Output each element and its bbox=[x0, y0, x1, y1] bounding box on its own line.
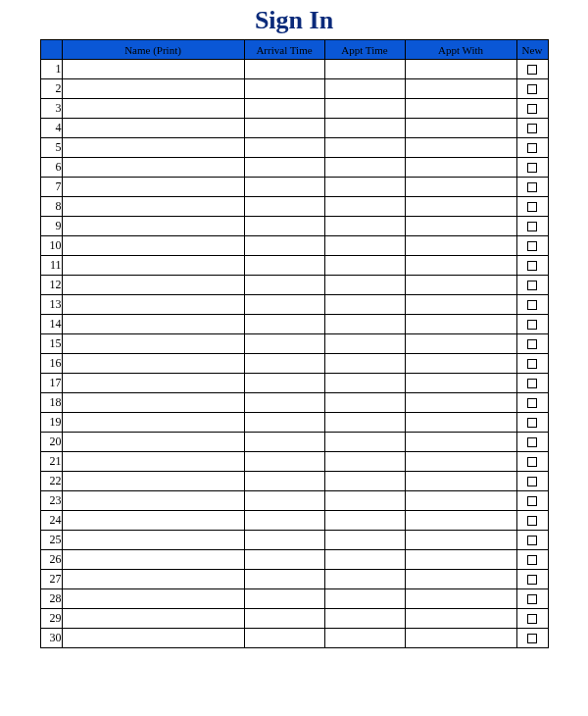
new-checkbox-cell[interactable] bbox=[516, 217, 548, 236]
checkbox-icon[interactable] bbox=[527, 84, 537, 94]
checkbox-icon[interactable] bbox=[527, 143, 537, 153]
appt-time-cell[interactable] bbox=[324, 452, 405, 472]
arrival-time-cell[interactable] bbox=[244, 433, 324, 452]
appt-with-cell[interactable] bbox=[405, 570, 516, 589]
name-cell[interactable] bbox=[62, 491, 244, 511]
name-cell[interactable] bbox=[62, 60, 244, 79]
new-checkbox-cell[interactable] bbox=[516, 315, 548, 334]
appt-time-cell[interactable] bbox=[324, 629, 405, 648]
checkbox-icon[interactable] bbox=[527, 418, 537, 428]
name-cell[interactable] bbox=[62, 315, 244, 334]
name-cell[interactable] bbox=[62, 295, 244, 315]
checkbox-icon[interactable] bbox=[527, 222, 537, 231]
arrival-time-cell[interactable] bbox=[244, 413, 324, 433]
arrival-time-cell[interactable] bbox=[244, 315, 324, 334]
appt-with-cell[interactable] bbox=[405, 472, 516, 491]
checkbox-icon[interactable] bbox=[527, 182, 537, 192]
appt-time-cell[interactable] bbox=[324, 79, 405, 99]
new-checkbox-cell[interactable] bbox=[516, 374, 548, 393]
arrival-time-cell[interactable] bbox=[244, 354, 324, 374]
new-checkbox-cell[interactable] bbox=[516, 119, 548, 138]
checkbox-icon[interactable] bbox=[527, 477, 537, 486]
appt-with-cell[interactable] bbox=[405, 276, 516, 295]
arrival-time-cell[interactable] bbox=[244, 589, 324, 609]
appt-time-cell[interactable] bbox=[324, 315, 405, 334]
name-cell[interactable] bbox=[62, 138, 244, 158]
appt-with-cell[interactable] bbox=[405, 452, 516, 472]
appt-time-cell[interactable] bbox=[324, 374, 405, 393]
checkbox-icon[interactable] bbox=[527, 516, 537, 526]
new-checkbox-cell[interactable] bbox=[516, 570, 548, 589]
new-checkbox-cell[interactable] bbox=[516, 256, 548, 276]
arrival-time-cell[interactable] bbox=[244, 374, 324, 393]
checkbox-icon[interactable] bbox=[527, 575, 537, 585]
appt-with-cell[interactable] bbox=[405, 550, 516, 570]
appt-with-cell[interactable] bbox=[405, 99, 516, 119]
arrival-time-cell[interactable] bbox=[244, 79, 324, 99]
appt-with-cell[interactable] bbox=[405, 531, 516, 550]
appt-with-cell[interactable] bbox=[405, 511, 516, 531]
appt-time-cell[interactable] bbox=[324, 531, 405, 550]
name-cell[interactable] bbox=[62, 178, 244, 197]
checkbox-icon[interactable] bbox=[527, 202, 537, 212]
new-checkbox-cell[interactable] bbox=[516, 433, 548, 452]
checkbox-icon[interactable] bbox=[527, 555, 537, 565]
name-cell[interactable] bbox=[62, 511, 244, 531]
new-checkbox-cell[interactable] bbox=[516, 276, 548, 295]
checkbox-icon[interactable] bbox=[527, 594, 537, 604]
name-cell[interactable] bbox=[62, 452, 244, 472]
name-cell[interactable] bbox=[62, 589, 244, 609]
name-cell[interactable] bbox=[62, 550, 244, 570]
new-checkbox-cell[interactable] bbox=[516, 178, 548, 197]
appt-time-cell[interactable] bbox=[324, 256, 405, 276]
name-cell[interactable] bbox=[62, 217, 244, 236]
appt-with-cell[interactable] bbox=[405, 138, 516, 158]
name-cell[interactable] bbox=[62, 99, 244, 119]
name-cell[interactable] bbox=[62, 472, 244, 491]
arrival-time-cell[interactable] bbox=[244, 276, 324, 295]
name-cell[interactable] bbox=[62, 393, 244, 413]
arrival-time-cell[interactable] bbox=[244, 99, 324, 119]
new-checkbox-cell[interactable] bbox=[516, 334, 548, 354]
checkbox-icon[interactable] bbox=[527, 437, 537, 447]
appt-time-cell[interactable] bbox=[324, 178, 405, 197]
appt-with-cell[interactable] bbox=[405, 178, 516, 197]
new-checkbox-cell[interactable] bbox=[516, 589, 548, 609]
arrival-time-cell[interactable] bbox=[244, 452, 324, 472]
checkbox-icon[interactable] bbox=[527, 124, 537, 133]
appt-with-cell[interactable] bbox=[405, 60, 516, 79]
arrival-time-cell[interactable] bbox=[244, 393, 324, 413]
appt-time-cell[interactable] bbox=[324, 276, 405, 295]
name-cell[interactable] bbox=[62, 433, 244, 452]
appt-time-cell[interactable] bbox=[324, 236, 405, 256]
new-checkbox-cell[interactable] bbox=[516, 609, 548, 629]
appt-with-cell[interactable] bbox=[405, 119, 516, 138]
appt-time-cell[interactable] bbox=[324, 609, 405, 629]
arrival-time-cell[interactable] bbox=[244, 511, 324, 531]
appt-with-cell[interactable] bbox=[405, 609, 516, 629]
name-cell[interactable] bbox=[62, 158, 244, 178]
appt-time-cell[interactable] bbox=[324, 197, 405, 217]
new-checkbox-cell[interactable] bbox=[516, 138, 548, 158]
checkbox-icon[interactable] bbox=[527, 536, 537, 545]
arrival-time-cell[interactable] bbox=[244, 334, 324, 354]
arrival-time-cell[interactable] bbox=[244, 236, 324, 256]
appt-with-cell[interactable] bbox=[405, 158, 516, 178]
arrival-time-cell[interactable] bbox=[244, 138, 324, 158]
checkbox-icon[interactable] bbox=[527, 281, 537, 290]
checkbox-icon[interactable] bbox=[527, 261, 537, 271]
new-checkbox-cell[interactable] bbox=[516, 158, 548, 178]
appt-time-cell[interactable] bbox=[324, 393, 405, 413]
appt-time-cell[interactable] bbox=[324, 99, 405, 119]
new-checkbox-cell[interactable] bbox=[516, 197, 548, 217]
appt-with-cell[interactable] bbox=[405, 433, 516, 452]
appt-with-cell[interactable] bbox=[405, 589, 516, 609]
arrival-time-cell[interactable] bbox=[244, 629, 324, 648]
checkbox-icon[interactable] bbox=[527, 65, 537, 75]
new-checkbox-cell[interactable] bbox=[516, 472, 548, 491]
appt-with-cell[interactable] bbox=[405, 256, 516, 276]
name-cell[interactable] bbox=[62, 531, 244, 550]
new-checkbox-cell[interactable] bbox=[516, 79, 548, 99]
name-cell[interactable] bbox=[62, 334, 244, 354]
checkbox-icon[interactable] bbox=[527, 339, 537, 349]
